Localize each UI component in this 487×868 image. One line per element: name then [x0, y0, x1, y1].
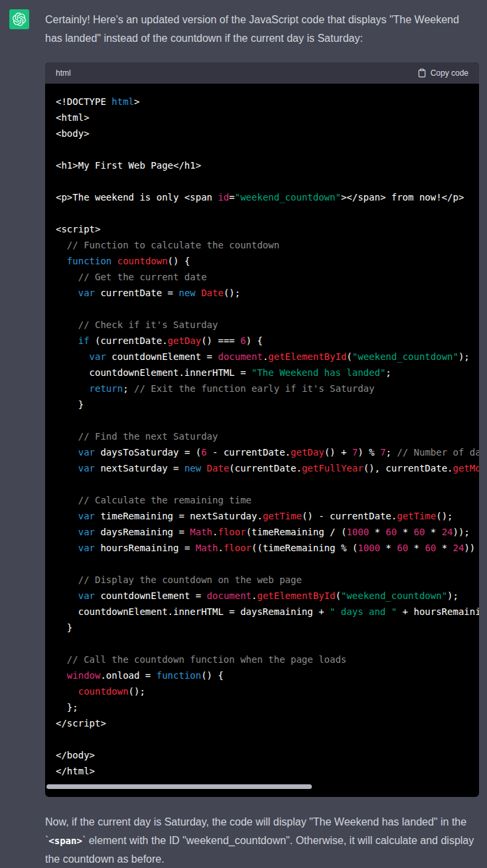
code-line: [56, 205, 468, 221]
code-line: var daysToSaturday = (6 - currentDate.ge…: [56, 444, 468, 460]
code-line: if (currentDate.getDay() === 6) {: [56, 333, 468, 349]
code-line: countdownElement.innerHTML = daysRemaini…: [56, 604, 468, 620]
code-line: </script>: [56, 715, 468, 731]
code-line: [56, 476, 468, 492]
inline-code: <span>: [48, 835, 82, 846]
code-line: var daysRemaining = Math.floor(timeRemai…: [56, 524, 468, 540]
assistant-message: Certainly! Here's an updated version of …: [0, 0, 487, 868]
code-line: // Call the countdown function when the …: [56, 651, 468, 667]
code-line: return; // Exit the function early if it…: [56, 381, 468, 396]
code-line: // Function to calculate the countdown: [56, 237, 468, 253]
code-line: }: [56, 620, 468, 636]
code-line: // Calculate the remaining time: [56, 492, 468, 508]
code-line: <html>: [56, 110, 468, 126]
code-line: [56, 731, 468, 747]
avatar: [9, 9, 29, 29]
code-line: window.onload = function() {: [56, 667, 468, 683]
horizontal-scrollbar: [46, 784, 470, 789]
code-line: <script>: [56, 221, 468, 237]
clipboard-icon: [417, 68, 427, 78]
code-line: };: [56, 699, 468, 715]
code-line: var countdownElement = document.getEleme…: [56, 588, 468, 604]
code-block: html Copy code <!DOCTYPE html><html><bod…: [45, 62, 479, 797]
code-line: [56, 173, 468, 189]
code-line: function countdown() {: [56, 253, 468, 269]
code-line: var hoursRemaining = Math.floor((timeRem…: [56, 540, 468, 556]
language-label: html: [56, 67, 71, 79]
intro-paragraph: Certainly! Here's an updated version of …: [45, 11, 479, 48]
openai-logo-icon: [13, 13, 26, 26]
code-line: countdownElement.innerHTML = "The Weeken…: [56, 365, 468, 381]
code-line: var nextSaturday = new Date(currentDate.…: [56, 460, 468, 476]
code-header: html Copy code: [45, 62, 479, 84]
code-line: countdown();: [56, 683, 468, 699]
code-line: <h1>My First Web Page</h1>: [56, 157, 468, 173]
code-line: }: [56, 396, 468, 412]
code-line: // Check if it's Saturday: [56, 317, 468, 333]
outro-paragraph: Now, if the current day is Saturday, the…: [45, 813, 479, 868]
code-line: </html>: [56, 763, 468, 779]
code-line: // Get the current date: [56, 269, 468, 285]
code-line: var currentDate = new Date();: [56, 285, 468, 301]
message-content: Certainly! Here's an updated version of …: [45, 8, 479, 868]
code-line: // Display the countdown on the web page: [56, 572, 468, 588]
code-line: [56, 141, 468, 157]
code-line: var timeRemaining = nextSaturday.getTime…: [56, 508, 468, 524]
code-line: <body>: [56, 126, 468, 141]
copy-code-button[interactable]: Copy code: [417, 68, 468, 78]
code-line: <!DOCTYPE html>: [56, 94, 468, 110]
code-line: <p>The weekend is only <span id="weekend…: [56, 189, 468, 205]
code-line: [56, 556, 468, 572]
horizontal-scrollbar-thumb[interactable]: [46, 784, 312, 789]
code-line: [56, 412, 468, 428]
code-line: </body>: [56, 747, 468, 763]
copy-code-label: Copy code: [431, 68, 468, 78]
code-content[interactable]: <!DOCTYPE html><html><body> <h1>My First…: [45, 84, 479, 779]
code-line: var countdownElement = document.getEleme…: [56, 349, 468, 365]
code-line: // Find the next Saturday: [56, 428, 468, 444]
code-line: [56, 301, 468, 317]
code-line: [56, 636, 468, 651]
